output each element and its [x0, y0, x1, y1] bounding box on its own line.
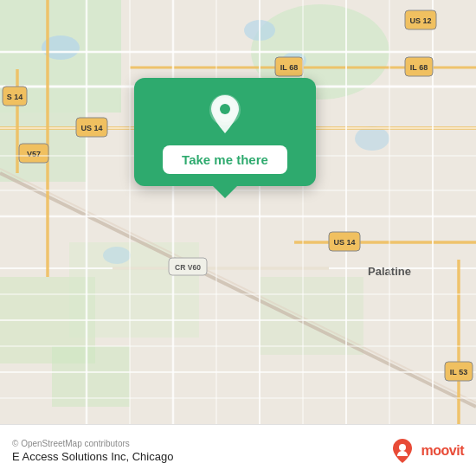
osm-credit: © OpenStreetMap contributors — [12, 439, 173, 448]
svg-point-11 — [355, 126, 389, 151]
popup-card: Take me there — [134, 78, 316, 186]
svg-point-12 — [103, 247, 131, 264]
location-icon-wrap — [204, 93, 246, 135]
svg-text:IL 68: IL 68 — [410, 63, 428, 72]
svg-text:IL 53: IL 53 — [450, 368, 467, 376]
moovit-brand-text: moovit — [421, 443, 464, 459]
svg-text:US 12: US 12 — [409, 16, 431, 25]
map-container: V57 US 14 US 14 IL 68 IL 68 US 12 S 14 C… — [0, 0, 476, 424]
moovit-logo: moovit — [389, 437, 464, 465]
svg-text:IL 68: IL 68 — [280, 63, 298, 72]
location-pin-icon — [207, 93, 243, 135]
moovit-brand-icon — [389, 437, 416, 465]
place-name: E Access Solutions Inc, Chicago — [12, 450, 173, 463]
footer-left: © OpenStreetMap contributors E Access So… — [12, 439, 173, 463]
map-background: V57 US 14 US 14 IL 68 IL 68 US 12 S 14 C… — [0, 0, 476, 424]
svg-text:US 14: US 14 — [333, 238, 355, 247]
svg-text:S 14: S 14 — [7, 93, 23, 101]
svg-text:CR V60: CR V60 — [175, 263, 201, 272]
svg-text:V57: V57 — [27, 150, 41, 158]
svg-point-65 — [399, 444, 406, 451]
svg-text:US 14: US 14 — [80, 124, 102, 132]
svg-point-64 — [220, 104, 230, 114]
footer-bar: © OpenStreetMap contributors E Access So… — [0, 424, 476, 476]
take-me-there-button[interactable]: Take me there — [163, 145, 287, 174]
